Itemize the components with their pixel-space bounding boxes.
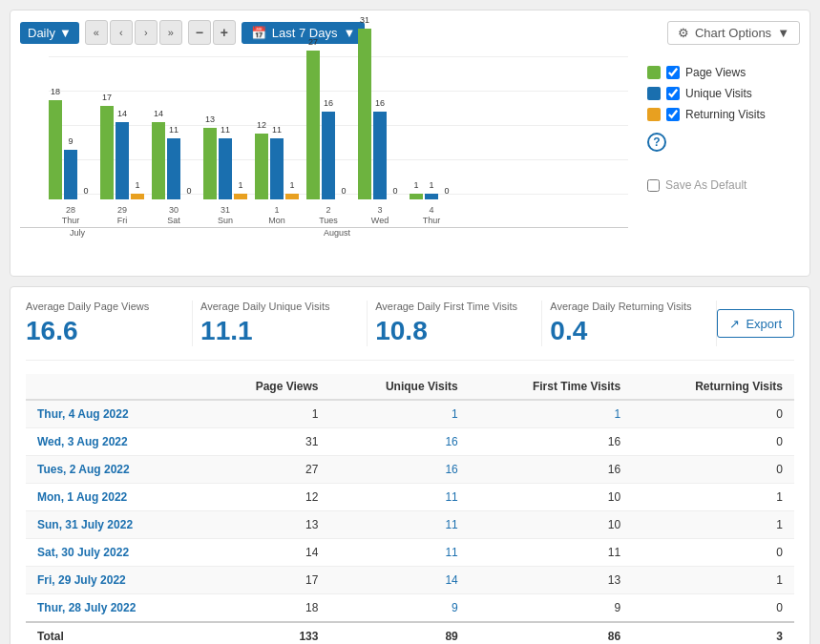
save-default[interactable]: Save As Default bbox=[647, 178, 800, 192]
table-row[interactable]: Thur, 4 Aug 20221110 bbox=[26, 400, 794, 428]
chart-options-button[interactable]: ⚙ Chart Options ▼ bbox=[667, 21, 800, 45]
blue-bar-label-2: 11 bbox=[169, 125, 179, 135]
green-bar-label-5: 27 bbox=[308, 37, 318, 47]
save-default-checkbox[interactable] bbox=[647, 179, 660, 192]
bar-group-3: 1311131Sun bbox=[203, 128, 247, 227]
cell-page-views: 17 bbox=[204, 567, 330, 594]
nav-last-button[interactable]: » bbox=[159, 20, 182, 45]
nav-first-button[interactable]: « bbox=[85, 20, 108, 45]
calendar-icon: 📅 bbox=[251, 26, 266, 40]
green-bar-1: 17 bbox=[100, 106, 114, 199]
month-label-5 bbox=[373, 228, 431, 238]
unique-visits-label: Unique Visits bbox=[685, 87, 752, 100]
bar-chart: 189028Thur1714129Fri1411030Sat1311131Sun… bbox=[20, 56, 628, 228]
table-row[interactable]: Sun, 31 July 20221311101 bbox=[26, 511, 794, 539]
export-button[interactable]: ↗ Export bbox=[717, 309, 794, 338]
orange-bar-label-3: 1 bbox=[238, 180, 242, 190]
stats-row: Average Daily Page Views 16.6 Average Da… bbox=[26, 301, 794, 361]
month-label-row: JulyAugust bbox=[20, 228, 628, 238]
green-bar-6: 31 bbox=[358, 29, 371, 199]
nav-prev-button[interactable]: ‹ bbox=[110, 20, 133, 45]
cell-date[interactable]: Thur, 28 July 2022 bbox=[26, 594, 204, 623]
cell-first-time: 13 bbox=[470, 567, 632, 594]
cell-returning: 1 bbox=[632, 567, 794, 594]
daily-label: Daily bbox=[28, 26, 55, 40]
col-unique-visits: Unique Visits bbox=[329, 374, 469, 400]
total-row: Total13389863 bbox=[26, 622, 794, 644]
cell-unique-visits: 11 bbox=[329, 539, 469, 567]
help-icon[interactable]: ? bbox=[647, 133, 666, 152]
cell-first-time: 11 bbox=[470, 539, 632, 567]
blue-bar-5: 16 bbox=[322, 112, 335, 199]
bar-group-5: 271602Tues bbox=[306, 51, 350, 227]
blue-bar-label-1: 14 bbox=[117, 109, 127, 118]
daily-select[interactable]: Daily ▼ bbox=[20, 22, 79, 44]
legend-page-views: Page Views bbox=[647, 66, 800, 79]
cell-date[interactable]: Fri, 29 July 2022 bbox=[26, 567, 204, 594]
total-cell-first_time: 86 bbox=[470, 622, 632, 644]
blue-bar-0: 9 bbox=[64, 150, 77, 199]
cell-date[interactable]: Tues, 2 Aug 2022 bbox=[26, 456, 204, 484]
table-row[interactable]: Sat, 30 July 20221411110 bbox=[26, 539, 794, 567]
returning-visits-checkbox[interactable] bbox=[666, 108, 680, 121]
blue-bar-label-0: 9 bbox=[68, 136, 73, 146]
bar-group-6: 311603Wed bbox=[358, 29, 402, 227]
zoom-btn-group: − + bbox=[188, 20, 236, 45]
green-bar-0: 18 bbox=[49, 100, 62, 199]
bar-group-0: 189028Thur bbox=[49, 100, 93, 227]
cell-unique-visits: 16 bbox=[329, 428, 469, 456]
table-row[interactable]: Mon, 1 Aug 20221211101 bbox=[26, 484, 794, 511]
cell-date[interactable]: Thur, 4 Aug 2022 bbox=[26, 400, 204, 428]
bar-x-label-7: 4Thur bbox=[423, 205, 441, 227]
page-views-checkbox[interactable] bbox=[666, 66, 680, 79]
cell-date[interactable]: Sat, 30 July 2022 bbox=[26, 539, 204, 567]
cell-date[interactable]: Wed, 3 Aug 2022 bbox=[26, 428, 204, 456]
table-header-row: Page Views Unique Visits First Time Visi… bbox=[26, 374, 794, 400]
chart-card: Daily ▼ « ‹ › » − + 📅 Last 7 Days ▼ ⚙ Ch… bbox=[10, 10, 810, 277]
blue-bar-6: 16 bbox=[373, 112, 387, 199]
green-bar-5: 27 bbox=[306, 51, 320, 199]
blue-bar-2: 11 bbox=[167, 138, 180, 199]
legend-unique-visits: Unique Visits bbox=[647, 87, 800, 100]
cell-returning: 0 bbox=[632, 594, 794, 623]
month-label-7 bbox=[503, 228, 560, 238]
table-row[interactable]: Wed, 3 Aug 20223116160 bbox=[26, 428, 794, 456]
blue-bar-label-5: 16 bbox=[324, 98, 333, 108]
nav-next-button[interactable]: › bbox=[135, 20, 158, 45]
cell-unique-visits: 1 bbox=[329, 400, 469, 428]
table-row[interactable]: Thur, 28 July 202218990 bbox=[26, 594, 794, 623]
cell-date[interactable]: Mon, 1 Aug 2022 bbox=[26, 484, 204, 511]
avg-returning-value: 0.4 bbox=[550, 316, 701, 346]
green-bar-3: 13 bbox=[203, 128, 217, 199]
avg-first-time-stat: Average Daily First Time Visits 10.8 bbox=[368, 301, 542, 346]
unique-visits-checkbox[interactable] bbox=[666, 87, 680, 100]
cell-date[interactable]: Sun, 31 July 2022 bbox=[26, 511, 204, 539]
orange-bar-label-0: 0 bbox=[83, 186, 88, 196]
blue-bar-7: 1 bbox=[425, 194, 438, 199]
legend-returning-visits: Returning Visits bbox=[647, 108, 800, 121]
table-row[interactable]: Tues, 2 Aug 20222716160 bbox=[26, 456, 794, 484]
zoom-plus-button[interactable]: + bbox=[213, 20, 236, 45]
export-icon: ↗ bbox=[729, 317, 740, 331]
cell-returning: 0 bbox=[632, 400, 794, 428]
bar-group-2: 1411030Sat bbox=[152, 122, 196, 227]
avg-unique-visits-value: 11.1 bbox=[200, 316, 351, 346]
page-views-color bbox=[647, 66, 661, 79]
col-returning: Returning Visits bbox=[632, 374, 794, 400]
avg-returning-stat: Average Daily Returning Visits 0.4 bbox=[542, 301, 717, 346]
cell-unique-visits: 14 bbox=[329, 567, 469, 594]
zoom-minus-button[interactable]: − bbox=[188, 20, 211, 45]
cell-page-views: 18 bbox=[204, 594, 330, 623]
total-cell-returning: 3 bbox=[632, 622, 794, 644]
date-range-button[interactable]: 📅 Last 7 Days ▼ bbox=[242, 22, 366, 44]
bars-5: 27160 bbox=[306, 51, 350, 199]
green-bar-label-0: 18 bbox=[51, 87, 60, 96]
table-row[interactable]: Fri, 29 July 20221714131 bbox=[26, 567, 794, 594]
orange-bar-1: 1 bbox=[131, 194, 144, 199]
avg-page-views-value: 16.6 bbox=[26, 316, 177, 346]
blue-bar-label-3: 11 bbox=[221, 125, 230, 135]
returning-visits-color bbox=[647, 108, 661, 121]
cell-returning: 1 bbox=[632, 511, 794, 539]
cell-returning: 0 bbox=[632, 539, 794, 567]
bars-1: 17141 bbox=[100, 106, 144, 199]
